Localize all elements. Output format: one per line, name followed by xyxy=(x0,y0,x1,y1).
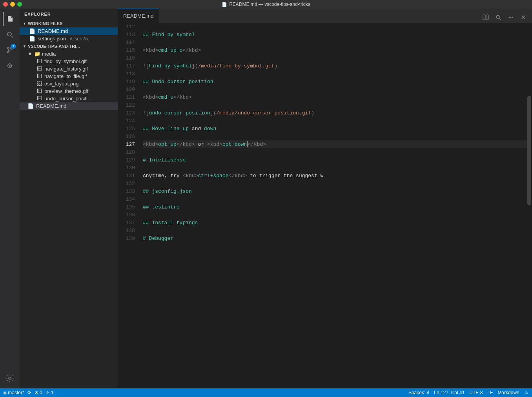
tag-open-131: <kbd> xyxy=(182,173,198,179)
code-line-113: ## Find by symbol xyxy=(143,31,527,38)
file-undo-cursor[interactable]: 🎞 undo_cursor_positi... xyxy=(20,95,118,102)
editor-content: 112 113 114 115 116 117 118 119 120 121 … xyxy=(118,23,532,388)
code-line-137: ## Install typings xyxy=(143,219,527,227)
root-readme[interactable]: 📄 README.md xyxy=(20,102,118,110)
line-112: 112 xyxy=(118,23,140,31)
working-file-settings[interactable]: 📄 settings.json /Users/w... xyxy=(20,35,118,42)
code-line-127: <kbd>opt+up</kbd> or <kbd>opt+down</kbd> xyxy=(143,140,527,148)
img-paren-open-117: ( xyxy=(195,63,198,69)
img-excl-117: ! xyxy=(143,63,146,69)
code-line-119: ## Undo cursor position xyxy=(143,78,527,85)
code-line-120 xyxy=(143,85,527,93)
split-editor-button[interactable] xyxy=(480,12,491,23)
line-114: 114 xyxy=(118,38,140,46)
line-137: 137 xyxy=(118,219,140,227)
project-section[interactable]: ▼ VSCODE-TIPS-AND-TRI... xyxy=(20,42,118,50)
img-bracket-close-123: ] xyxy=(210,110,213,116)
maximize-button[interactable] xyxy=(17,2,22,7)
working-file-settings-label: settings.json xyxy=(38,36,66,42)
img-src-117: /media/find_by_symbol.gif xyxy=(198,63,274,69)
line-115: 115 xyxy=(118,46,140,54)
png-icon: 🖼 xyxy=(37,81,42,87)
line-127: 127 xyxy=(118,140,140,148)
settings-activity-icon[interactable] xyxy=(3,371,17,385)
main-layout: 7 EXPLORER ▼ WORKING FILE xyxy=(0,9,532,388)
code-line-116 xyxy=(143,54,527,62)
errors-indicator[interactable]: ⊗ 0 xyxy=(35,390,42,395)
project-label: VSCODE-TIPS-AND-TRI... xyxy=(28,44,80,49)
code-line-118 xyxy=(143,70,527,78)
heading-text-125b: down xyxy=(201,126,216,132)
line-126: 126 xyxy=(118,132,140,140)
line-133: 133 xyxy=(118,187,140,195)
svg-rect-2 xyxy=(9,20,11,21)
more-button[interactable] xyxy=(505,12,516,23)
line-120: 120 xyxy=(118,85,140,93)
file-navigate-to-file[interactable]: 🎞 navigate_to_file.gif xyxy=(20,73,118,80)
heading-text-119: Undo cursor position xyxy=(152,79,213,85)
file-osx-layout[interactable]: 🖼 osx_layout.png xyxy=(20,80,118,87)
scrollbar-thumb[interactable] xyxy=(527,96,531,206)
md-file-icon: 📄 xyxy=(29,28,35,34)
code-line-130 xyxy=(143,164,527,172)
minimize-button[interactable] xyxy=(10,2,15,7)
media-folder[interactable]: ▼ 📁 media xyxy=(20,50,118,58)
working-files-section[interactable]: ▼ WORKING FILES xyxy=(20,20,118,27)
window-controls[interactable] xyxy=(3,2,22,7)
language-indicator[interactable]: Markdown xyxy=(497,390,519,395)
line-131: 131 xyxy=(118,172,140,179)
code-area[interactable]: ## Find by symbol <kbd>cmd+up+o</kbd> ![… xyxy=(140,23,527,388)
heading-hash-125: ## xyxy=(143,126,152,132)
img-excl-123: ! xyxy=(143,110,146,116)
code-line-121: <kbd>cmd+u</kbd> xyxy=(143,93,527,101)
eol-indicator[interactable]: LF xyxy=(487,390,493,395)
svg-point-13 xyxy=(9,377,11,379)
line-136: 136 xyxy=(118,211,140,219)
git-branch-label: master* xyxy=(8,390,24,395)
sync-button[interactable]: ⟳ xyxy=(27,390,31,395)
code-line-117: ![Find by symbol](/media/find_by_symbol.… xyxy=(143,62,527,70)
heading-text-125: Move line up xyxy=(152,126,191,132)
line-121: 121 xyxy=(118,93,140,101)
gif-icon-4: 🎞 xyxy=(37,88,42,94)
line-124: 124 xyxy=(118,117,140,125)
spaces-indicator[interactable]: Spaces: 4 xyxy=(408,390,429,395)
git-activity-icon[interactable]: 7 xyxy=(3,43,17,57)
heading-text-137: Install typings xyxy=(152,220,198,226)
search-activity-icon[interactable] xyxy=(3,27,17,42)
tag-close-131: </kbd> xyxy=(228,173,247,179)
line-116: 116 xyxy=(118,54,140,62)
git-icon: ◈ xyxy=(3,390,8,395)
close-button[interactable] xyxy=(3,2,8,7)
encoding-indicator[interactable]: UTF-8 xyxy=(469,390,483,395)
file-navigate-history[interactable]: 🎞 navigate_history.gif xyxy=(20,65,118,73)
heading-text-129: Intellisense xyxy=(149,157,186,163)
img-paren-close-117: ) xyxy=(275,63,278,69)
file-preview-themes[interactable]: 🎞 preview_themes.gif xyxy=(20,87,118,95)
close-tab-button[interactable] xyxy=(518,12,529,23)
working-file-readme-label: README.md xyxy=(38,28,68,34)
status-right: Spaces: 4 Ln 127, Col 41 UTF-8 LF Markdo… xyxy=(408,390,529,395)
line-138: 138 xyxy=(118,227,140,234)
tab-readme[interactable]: README.md xyxy=(118,9,159,23)
heading-text-133: jsconfig.json xyxy=(152,189,191,194)
activity-bar-bottom xyxy=(3,371,17,388)
svg-line-17 xyxy=(499,18,501,20)
feedback-icon[interactable]: ☺ xyxy=(524,390,529,395)
git-branch[interactable]: ◈ master* xyxy=(3,390,24,395)
code-line-115: <kbd>cmd+up+o</kbd> xyxy=(143,46,527,54)
editor-scrollbar[interactable] xyxy=(527,23,532,388)
code-line-122 xyxy=(143,101,527,109)
svg-line-4 xyxy=(11,36,13,37)
explorer-activity-icon[interactable] xyxy=(3,12,17,26)
debug-activity-icon[interactable] xyxy=(3,59,17,73)
find-button[interactable] xyxy=(493,12,504,23)
warnings-indicator[interactable]: ⚠ 1 xyxy=(46,390,54,395)
svg-point-20 xyxy=(512,17,513,18)
working-file-readme[interactable]: 📄 README.md xyxy=(20,27,118,35)
tag-close-115: </kbd> xyxy=(182,47,201,53)
svg-rect-15 xyxy=(486,15,488,20)
img-paren-close-123: ) xyxy=(311,110,314,116)
cursor-position[interactable]: Ln 127, Col 41 xyxy=(434,390,465,395)
file-find-by-symbol[interactable]: 🎞 find_by_symbol.gif xyxy=(20,58,118,65)
